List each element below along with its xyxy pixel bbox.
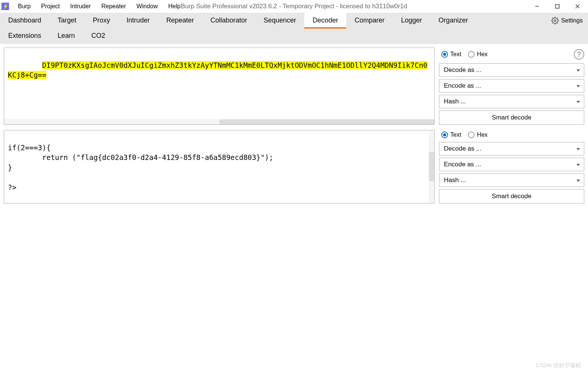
tab-settings[interactable]: Settings [546, 13, 588, 28]
decoder-controls-1: Text Hex ? Decode as ... Encode as ... H… [439, 48, 584, 125]
decoder-segment-2: if(2===3){ return ("flag{dc02a3f0-d2a4-4… [4, 130, 584, 203]
hash-dropdown[interactable]: Hash ... [439, 173, 584, 187]
encode-as-dropdown[interactable]: Encode as ... [439, 79, 584, 93]
tab-decoder[interactable]: Decoder [304, 13, 346, 28]
smart-decode-button[interactable]: Smart decode [439, 189, 584, 203]
radio-dot-selected-icon [441, 51, 448, 58]
radio-dot-selected-icon [441, 131, 448, 138]
gear-icon [551, 17, 559, 24]
radio-hex[interactable]: Hex [468, 131, 487, 138]
svg-point-4 [554, 19, 556, 21]
tab-extensions[interactable]: Extensions [0, 28, 49, 43]
watermark: CSDN @妙尽璇机 [536, 362, 581, 369]
menu-project[interactable]: Project [36, 1, 65, 11]
menu-intruder[interactable]: Intruder [65, 1, 96, 11]
tab-repeater[interactable]: Repeater [158, 13, 202, 28]
tab-sequencer[interactable]: Sequencer [255, 13, 304, 28]
minimize-button[interactable] [532, 1, 542, 12]
decoder-controls-2: Text Hex Decode as ... Encode as ... Has… [439, 130, 584, 203]
tab-logger[interactable]: Logger [393, 13, 430, 28]
tab-proxy[interactable]: Proxy [85, 13, 118, 28]
tab-intruder[interactable]: Intruder [118, 13, 158, 28]
decoder-pane: DI9PT0zKXsgIAoJcmV0dXJuICgiZmxhZ3tkYzAyY… [0, 44, 588, 203]
radio-dot-icon [468, 51, 475, 58]
decoder-input-1[interactable]: DI9PT0zKXsgIAoJcmV0dXJuICgiZmxhZ3tkYzAyY… [4, 48, 435, 125]
encode-as-dropdown[interactable]: Encode as ... [439, 158, 584, 171]
close-button[interactable] [572, 1, 583, 12]
decoder-segment-1: DI9PT0zKXsgIAoJcmV0dXJuICgiZmxhZ3tkYzAyY… [4, 48, 584, 125]
menu-burp[interactable]: Burp [13, 1, 36, 11]
app-icon: ⚡ [1, 3, 9, 10]
format-radio-row: Text Hex ? [439, 49, 584, 60]
radio-dot-icon [468, 131, 475, 138]
hash-dropdown[interactable]: Hash ... [439, 95, 584, 108]
titlebar: ⚡ Burp Project Intruder Repeater Window … [0, 0, 588, 13]
radio-text[interactable]: Text [441, 131, 461, 138]
decoder-output-2-text[interactable]: if(2===3){ return ("flag{dc02a3f0-d2a4-4… [4, 130, 434, 203]
decode-as-dropdown[interactable]: Decode as ... [439, 63, 584, 77]
radio-hex[interactable]: Hex [468, 51, 487, 58]
tab-collaborator[interactable]: Collaborator [202, 13, 255, 28]
decoder-input-1-text[interactable]: DI9PT0zKXsgIAoJcmV0dXJuICgiZmxhZ3tkYzAyY… [8, 61, 427, 79]
decoder-output-2[interactable]: if(2===3){ return ("flag{dc02a3f0-d2a4-4… [4, 130, 435, 203]
menu-bar: Burp Project Intruder Repeater Window He… [13, 1, 186, 11]
menu-repeater[interactable]: Repeater [96, 1, 131, 11]
smart-decode-button[interactable]: Smart decode [439, 111, 584, 125]
maximize-button[interactable] [552, 1, 563, 12]
help-icon[interactable]: ? [574, 49, 584, 60]
tab-dashboard[interactable]: Dashboard [0, 13, 49, 28]
vscrollbar[interactable] [429, 130, 434, 203]
format-radio-row: Text Hex [439, 131, 584, 138]
window-title: Burp Suite Professional v2023.6.2 - Temp… [181, 3, 407, 10]
svg-rect-1 [555, 4, 559, 8]
main-tabs: Dashboard Target Proxy Intruder Repeater… [0, 13, 588, 44]
window-controls [532, 1, 587, 12]
hscrollbar[interactable] [4, 119, 434, 124]
tab-organizer[interactable]: Organizer [430, 13, 476, 28]
tab-comparer[interactable]: Comparer [346, 13, 393, 28]
radio-text[interactable]: Text [441, 51, 461, 58]
decode-as-dropdown[interactable]: Decode as ... [439, 142, 584, 155]
menu-window[interactable]: Window [131, 1, 163, 11]
tab-learn[interactable]: Learn [49, 28, 83, 43]
tab-target[interactable]: Target [49, 13, 85, 28]
tab-co2[interactable]: CO2 [83, 28, 113, 43]
decoder-input-1-body[interactable]: DI9PT0zKXsgIAoJcmV0dXJuICgiZmxhZ3tkYzAyY… [4, 48, 434, 119]
settings-label: Settings [561, 17, 583, 24]
